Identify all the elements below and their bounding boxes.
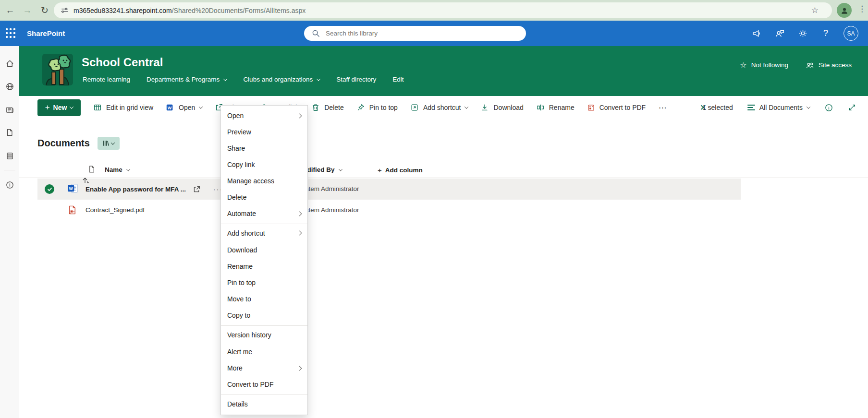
menu-item-preview[interactable]: Preview: [221, 124, 307, 140]
selected-checkbox[interactable]: [45, 184, 54, 194]
announcements-icon[interactable]: [751, 28, 762, 39]
file-row-enable-app-password[interactable]: W Enable App password for MFA ... ··· Sy…: [37, 179, 741, 200]
feedback-icon[interactable]: [774, 28, 785, 39]
rename-button[interactable]: Rename: [536, 103, 575, 112]
document-icon[interactable]: [0, 121, 19, 144]
grid-icon: [93, 103, 102, 112]
news-icon[interactable]: [0, 98, 19, 121]
menu-item-copy-to[interactable]: Copy to: [221, 307, 307, 323]
menu-item-open[interactable]: Open: [221, 107, 307, 124]
row-actions: ···: [193, 185, 223, 193]
add-shortcut-icon: [410, 103, 419, 112]
menu-item-move-to[interactable]: Move to: [221, 291, 307, 307]
new-button[interactable]: + New: [37, 99, 81, 116]
delete-button[interactable]: Delete: [311, 103, 343, 112]
menu-item-rename[interactable]: Rename: [221, 258, 307, 275]
browser-profile-avatar[interactable]: [837, 3, 852, 18]
add-column-button[interactable]: +Add column: [378, 166, 423, 174]
star-icon: ☆: [740, 60, 746, 70]
library-search-box[interactable]: [304, 26, 526, 41]
settings-gear-icon[interactable]: [797, 28, 808, 39]
globe-icon[interactable]: [0, 75, 19, 98]
nav-departments-programs[interactable]: Departments & Programs: [147, 76, 227, 83]
convert-to-pdf-button[interactable]: Convert to PDF: [587, 104, 646, 112]
chevron-down-icon: [126, 167, 130, 171]
help-icon[interactable]: ?: [820, 28, 831, 39]
search-icon: [312, 29, 320, 37]
menu-item-delete[interactable]: Delete: [221, 189, 307, 205]
add-circle-icon[interactable]: [0, 173, 19, 196]
menu-item-automate[interactable]: Automate: [221, 205, 307, 222]
site-title[interactable]: School Central: [82, 56, 163, 69]
menu-item-download[interactable]: Download: [221, 242, 307, 258]
pin-icon: [356, 103, 365, 112]
url-text[interactable]: m365edu833241.sharepoint.com/Shared%20Do…: [73, 7, 306, 14]
menu-item-alert-me[interactable]: Alert me: [221, 344, 307, 360]
download-button[interactable]: Download: [480, 103, 523, 112]
chevron-down-icon: [317, 77, 320, 81]
browser-back-icon[interactable]: ←: [3, 3, 17, 18]
site-access-button[interactable]: Site access: [806, 61, 852, 70]
svg-text:W: W: [168, 106, 172, 110]
add-shortcut-button[interactable]: Add shortcut: [410, 103, 468, 112]
menu-item-pin-to-top[interactable]: Pin to top: [221, 275, 307, 291]
nav-staff-directory[interactable]: Staff directory: [336, 76, 376, 83]
bookmark-star-icon[interactable]: ☆: [811, 5, 819, 15]
nav-edit[interactable]: Edit: [392, 76, 403, 83]
clear-selection-button[interactable]: ✕ 1 selected: [700, 103, 733, 113]
column-name[interactable]: Name: [105, 166, 130, 173]
home-icon[interactable]: [0, 52, 19, 75]
browser-toolbar: ← → ↻ m365edu833241.sharepoint.com/Share…: [0, 0, 868, 21]
app-launcher-icon[interactable]: [6, 28, 16, 39]
info-icon[interactable]: [824, 103, 833, 112]
menu-item-details[interactable]: Details: [221, 394, 307, 413]
browser-forward-icon[interactable]: →: [20, 3, 35, 18]
edit-grid-view-button[interactable]: Edit in grid view: [93, 103, 153, 112]
library-view-toggle[interactable]: [98, 137, 120, 150]
file-name-cell[interactable]: Contract_Signed.pdf: [86, 206, 145, 214]
menu-item-more[interactable]: More: [221, 360, 307, 376]
pdf-file-icon: [67, 205, 77, 215]
menu-item-version-history[interactable]: Version history: [221, 325, 307, 344]
menu-item-manage-access[interactable]: Manage access: [221, 173, 307, 189]
chevron-down-icon: [70, 105, 73, 108]
file-type-column-icon[interactable]: [87, 165, 96, 173]
database-icon[interactable]: [0, 144, 19, 167]
site-info-icon[interactable]: [61, 6, 69, 14]
chevron-down-icon: [111, 141, 115, 144]
file-row-contract-signed[interactable]: Contract_Signed.pdf System Administrator: [37, 200, 741, 221]
mouse-cursor: [83, 177, 89, 183]
site-navigation: Remote learning Departments & Programs C…: [83, 76, 404, 83]
rail-divider: [4, 170, 15, 170]
open-button[interactable]: W Open: [166, 103, 202, 112]
library-title: Documents: [37, 138, 90, 149]
word-file-icon: W: [67, 183, 78, 193]
follow-button[interactable]: ☆ Not following: [740, 60, 788, 70]
download-icon: [480, 103, 489, 112]
search-input[interactable]: [326, 30, 508, 37]
chevron-down-icon: [807, 105, 810, 108]
column-header-row: Name Modified By +Add column: [19, 163, 868, 178]
browser-reload-icon[interactable]: ↻: [37, 3, 52, 18]
toolbar-right-group: ✕ 1 selected All Documents: [700, 96, 856, 119]
chevron-right-icon: [297, 231, 302, 236]
file-name-cell[interactable]: Enable App password for MFA ... ···: [86, 185, 223, 193]
toolbar-overflow-button[interactable]: …: [658, 103, 667, 113]
chevron-right-icon: [297, 366, 302, 370]
nav-clubs-organizations[interactable]: Clubs and organizations: [243, 76, 320, 83]
nav-remote-learning[interactable]: Remote learning: [83, 76, 130, 83]
menu-item-copy-link[interactable]: Copy link: [221, 156, 307, 173]
share-icon[interactable]: [193, 185, 201, 193]
menu-item-add-shortcut[interactable]: Add shortcut: [221, 224, 307, 242]
address-bar[interactable]: m365edu833241.sharepoint.com/Shared%20Do…: [54, 2, 832, 18]
ellipsis-icon: …: [658, 101, 667, 111]
view-selector[interactable]: All Documents: [747, 104, 810, 111]
fullscreen-icon[interactable]: [848, 103, 856, 112]
pin-to-top-button[interactable]: Pin to top: [356, 103, 398, 112]
account-avatar[interactable]: SA: [844, 26, 858, 41]
menu-item-share[interactable]: Share: [221, 140, 307, 156]
app-name[interactable]: SharePoint: [27, 29, 65, 37]
site-logo[interactable]: [42, 54, 73, 85]
browser-menu-icon[interactable]: ⋮: [858, 4, 866, 14]
menu-item-convert-to-pdf[interactable]: Convert to PDF: [221, 376, 307, 393]
